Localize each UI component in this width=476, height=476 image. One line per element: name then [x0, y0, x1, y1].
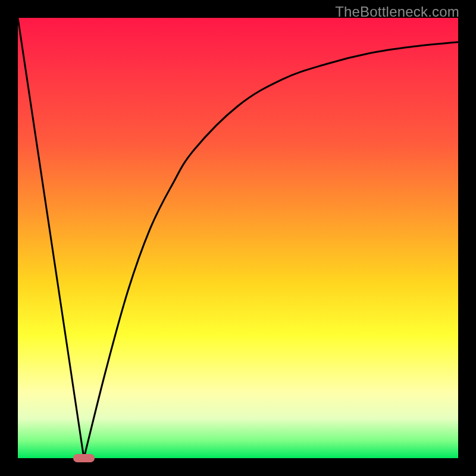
plot-area — [18, 18, 458, 458]
chart-frame: TheBottleneck.com — [0, 0, 476, 476]
vertex-marker — [73, 454, 95, 462]
curve-svg — [18, 18, 458, 458]
value-curve — [18, 18, 458, 458]
